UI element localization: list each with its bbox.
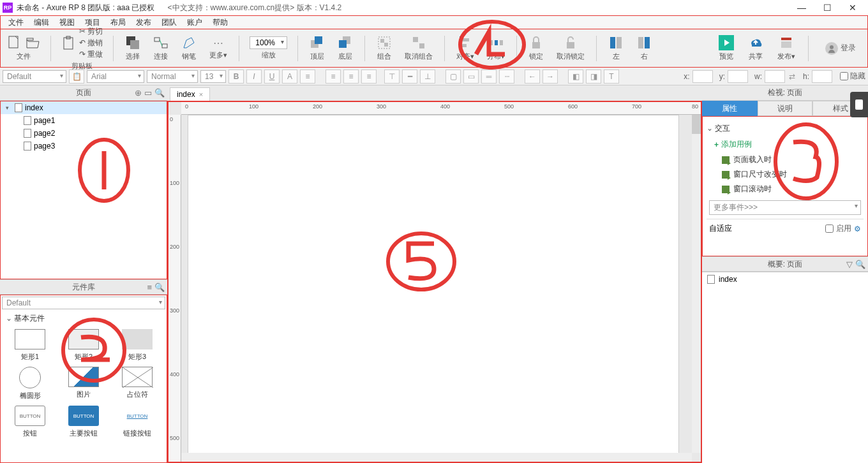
add-folder-icon[interactable]: ▭ [144, 88, 152, 98]
open-file-icon[interactable] [25, 35, 40, 50]
ungroup-button[interactable]: 取消组合 [401, 35, 437, 61]
menu-layout[interactable]: 布局 [105, 17, 131, 28]
widget-placeholder[interactable]: 占位符 [113, 367, 161, 401]
align-button[interactable]: 对齐▾ [453, 35, 478, 61]
font-select[interactable]: Arial [87, 70, 144, 83]
align-text-right[interactable]: ≡ [361, 70, 377, 84]
group-button[interactable]: 组合 [373, 35, 396, 61]
search-pages-icon[interactable]: 🔍 [154, 88, 165, 98]
tab-notes[interactable]: 说明 [758, 101, 813, 116]
align-right-button[interactable]: 右 [632, 35, 655, 61]
page-tree-item[interactable]: page3 [1, 140, 167, 152]
y-input[interactable] [728, 70, 748, 83]
event-item[interactable]: 窗口滚动时 [707, 182, 864, 196]
lib-search-icon[interactable]: 🔍 [154, 283, 165, 292]
lib-menu-icon[interactable]: ≡ [147, 283, 152, 292]
widget-primary-button[interactable]: BUTTON主要按钮 [59, 406, 108, 438]
library-select[interactable]: Default [2, 297, 165, 309]
menu-team[interactable]: 团队 [156, 17, 182, 28]
menu-publish[interactable]: 发布 [131, 17, 156, 28]
line-width-button[interactable]: ═ [481, 70, 497, 84]
tab-properties[interactable]: 属性 [702, 101, 758, 116]
zoom-select[interactable]: 100% [250, 36, 287, 49]
select-tool[interactable]: 选择 [121, 35, 144, 61]
style-preset-select[interactable]: Default [3, 70, 66, 83]
widget-rect2[interactable]: 矩形2 [59, 329, 108, 362]
document-tab[interactable]: index× [170, 87, 210, 101]
page-tree-item[interactable]: page2 [1, 127, 167, 140]
x-input[interactable] [692, 70, 713, 83]
widget-image[interactable]: 图片 [59, 367, 108, 401]
share-button[interactable]: 共享 [744, 35, 767, 61]
w-input[interactable] [765, 70, 785, 83]
text-color-button[interactable]: A [282, 70, 297, 84]
widget-button[interactable]: BUTTON按钮 [6, 406, 54, 438]
align-text-left[interactable]: ≡ [326, 70, 341, 84]
line-style-button[interactable]: ┄ [499, 70, 514, 84]
arrow-start-button[interactable]: ← [525, 70, 540, 84]
send-back-button[interactable]: 底层 [334, 35, 357, 61]
undo-button[interactable]: ↶ 撤销 [79, 38, 103, 48]
line-color-button[interactable]: ▭ [463, 70, 479, 84]
more-events-select[interactable]: 更多事件>>> [709, 200, 861, 215]
align-text-center[interactable]: ≡ [343, 70, 359, 84]
canvas[interactable] [188, 115, 679, 459]
event-item[interactable]: 页面载入时 [707, 152, 864, 167]
page-tree-item[interactable]: page1 [1, 114, 167, 127]
link-wh-icon[interactable]: ⇄ [789, 72, 795, 81]
login-button[interactable]: 登录 [818, 42, 864, 55]
align-left-button[interactable]: 左 [604, 35, 627, 61]
h-input[interactable] [812, 70, 832, 83]
new-file-icon[interactable] [7, 35, 22, 50]
publish-button[interactable]: 发布▾ [774, 35, 799, 61]
close-tab-icon[interactable]: × [199, 91, 203, 98]
page-tree-root[interactable]: ▾ index [1, 101, 167, 114]
bring-front-button[interactable]: 顶层 [306, 35, 329, 61]
menu-file[interactable]: 文件 [3, 17, 29, 28]
valign-top[interactable]: ⊤ [384, 70, 400, 84]
more-tool[interactable]: ⋯ 更多▾ [206, 37, 231, 60]
bold-button[interactable]: B [228, 70, 244, 84]
horizontal-scrollbar[interactable] [181, 453, 692, 462]
menu-help[interactable]: 帮助 [207, 17, 233, 28]
arrow-end-button[interactable]: → [542, 70, 558, 84]
side-flyout-tab[interactable] [850, 92, 868, 117]
preview-button[interactable]: 预览 [715, 35, 738, 61]
paste-icon[interactable] [61, 35, 77, 50]
unlock-button[interactable]: 取消锁定 [553, 35, 588, 61]
widget-link-button[interactable]: BUTTON链接按钮 [113, 406, 161, 438]
connect-tool[interactable]: 连接 [149, 35, 172, 61]
pen-tool[interactable]: 钢笔 [177, 35, 200, 61]
add-case-button[interactable]: +添加用例 [707, 136, 864, 152]
cut-button[interactable]: ✂ 剪切 [79, 26, 103, 37]
shadow-out-button[interactable]: ◧ [568, 70, 583, 84]
event-item[interactable]: 窗口尺寸改变时 [707, 167, 864, 182]
menu-account[interactable]: 账户 [182, 17, 207, 28]
style-copy-button[interactable]: 📋 [69, 70, 84, 84]
widget-rect3[interactable]: 矩形3 [113, 329, 161, 362]
filter-icon[interactable]: ▽ [846, 260, 853, 269]
close-button[interactable]: ✕ [840, 0, 865, 15]
valign-middle[interactable]: ━ [402, 70, 417, 84]
library-section[interactable]: 基本元件 [1, 311, 167, 327]
shadow-text-button[interactable]: T [604, 70, 619, 84]
menu-edit[interactable]: 编辑 [29, 17, 54, 28]
minimize-button[interactable]: — [789, 0, 814, 15]
widget-ellipse[interactable]: 椭圆形 [6, 367, 54, 401]
vertical-scrollbar[interactable] [692, 115, 701, 453]
distribute-button[interactable]: 分布▾ [483, 35, 509, 61]
underline-button[interactable]: U [264, 70, 280, 84]
enable-adaptive-checkbox[interactable]: 启用 ⚙ [825, 223, 861, 234]
valign-bottom[interactable]: ⊥ [420, 70, 435, 84]
interactions-section[interactable]: 交互 [707, 121, 864, 136]
bullets-button[interactable]: ≡ [300, 70, 315, 84]
add-page-icon[interactable]: ⊕ [135, 88, 142, 98]
maximize-button[interactable]: ☐ [814, 0, 840, 15]
hidden-checkbox[interactable]: 隐藏 [840, 71, 865, 82]
lock-button[interactable]: 锁定 [525, 35, 548, 61]
weight-select[interactable]: Normal [147, 70, 198, 83]
fill-button[interactable]: ▢ [445, 70, 461, 84]
outline-item[interactable]: index [702, 272, 868, 286]
shadow-in-button[interactable]: ◨ [586, 70, 601, 84]
widget-rect1[interactable]: 矩形1 [6, 329, 54, 362]
